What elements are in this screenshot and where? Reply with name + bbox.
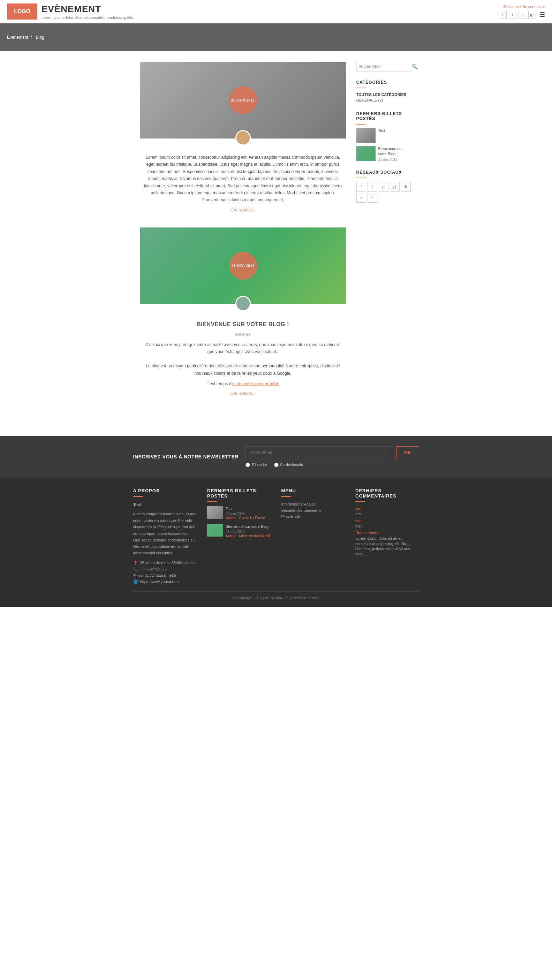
post-image-container-2: 21 DÉC 2012 (140, 228, 346, 304)
footer-about-text: Assum comprehensam his no, et mei quem v… (133, 511, 197, 557)
phone-icon: 📞 (133, 567, 138, 571)
post-body-2: BIENVENUE SUR VOTRE BLOG ! Générale C'es… (140, 310, 346, 398)
twitter-header-icon[interactable]: t (509, 11, 516, 19)
search-box: 🔍 (356, 62, 412, 72)
unsubscribe-option[interactable]: Se désinscrire (274, 463, 305, 467)
newsletter-ok-button[interactable]: OK (396, 446, 419, 459)
footer-post-title-2[interactable]: Bienvenue sur votre Blog ! (225, 524, 271, 529)
post-date-badge-1: 25 JUIN 2015 (229, 86, 257, 114)
author-face-1 (236, 130, 250, 145)
post-author-avatar-1 (235, 130, 251, 145)
sidebar-search-section: 🔍 (356, 62, 412, 72)
footer-post-thumb-2 (207, 524, 223, 536)
unsubscribe-label: Se désinscrire (280, 463, 305, 467)
footer-email-text: contact@natural-net.fr (138, 573, 176, 578)
post-link-text-2: Il est temps d'écrire votre premier bill… (140, 380, 346, 387)
newsletter-email-row: OK (246, 446, 419, 459)
comment-author-1[interactable]: test (355, 506, 419, 511)
dribbble-icon[interactable]: ✿ (401, 182, 411, 191)
search-button[interactable]: 🔍 (412, 64, 418, 69)
newsletter-form: OK S'inscrire Se désinscrire (246, 446, 419, 467)
breadcrumb: Evènement / Blog (7, 35, 46, 40)
sidebar-categories-section: CATÉGORIES TOUTES LES CATÉGORIES GÉNÉRAL… (356, 80, 412, 103)
footer-post-author-1[interactable]: Auteur : Carole Le Fornal (225, 516, 271, 520)
site-title: EVÈNEMENT (41, 4, 133, 15)
footer-about-underline (133, 496, 143, 497)
comment-text-1: test (355, 512, 362, 516)
footer-website-text: https://www.youtube.com (140, 579, 183, 584)
post-excerpt-2: C'est ici que vous partagez votre actual… (140, 341, 346, 377)
footer-post-date-1: 25 juin 2015 (225, 512, 271, 515)
pinterest-header-icon[interactable]: p (519, 11, 526, 19)
linkedin-icon[interactable]: in (356, 193, 366, 203)
subscribe-radio[interactable] (246, 463, 250, 467)
comment-text-3: Lorem ipsum dolor sit amet, consectetur … (355, 536, 411, 556)
googleplus-header-icon[interactable]: g+ (528, 11, 536, 19)
category-generale[interactable]: GÉNÉRALE (2) (356, 97, 412, 103)
footer-about-title: A PROPOS (133, 488, 197, 493)
rss-icon[interactable]: ~ (368, 193, 377, 203)
sidebar-social-section: RÉSEAUX SOCIAUX f t p g+ ✿ in ~ (356, 170, 412, 203)
footer-menu-payment[interactable]: Sécurité des paiements (281, 507, 345, 514)
breadcrumb-home[interactable]: Evènement (7, 35, 28, 40)
site-header: LOGO EVÈNEMENT Lorem ipsum dolor sit ame… (0, 0, 552, 23)
search-input[interactable] (360, 64, 412, 69)
recent-post-1: Test (356, 128, 412, 143)
footer-copyright: © Copyright 2015 natural.net - Tous droi… (133, 591, 419, 600)
footer-post-info-1: Test 25 juin 2015 Auteur : Carole Le For… (225, 506, 271, 520)
footer-recent-underline (207, 501, 217, 502)
blog-post-2: 21 DÉC 2012 BIENVENUE SUR VOTRE BLOG ! G… (140, 228, 346, 398)
footer-menu-sitemap[interactable]: Plan du site (281, 514, 345, 520)
footer-phone: 📞 +33662792555 (133, 567, 197, 571)
read-more-1[interactable]: Lire la suite... (230, 207, 255, 213)
recent-post-date-2: 21 déc 2012 (378, 158, 412, 162)
site-branding: EVÈNEMENT Lorem ipsum dolor sit amet con… (41, 4, 133, 19)
footer-address: 📍 36 cours de reims 33400 talence (133, 561, 197, 565)
footer-website: 🌐 https://www.youtube.com (133, 579, 197, 584)
read-more-2[interactable]: Lire la suite... (230, 390, 255, 397)
recent-post-thumb-2 (356, 146, 376, 161)
social-title: RÉSEAUX SOCIAUX (356, 170, 412, 175)
facebook-icon[interactable]: f (356, 182, 366, 191)
footer-post-thumb-1 (207, 506, 223, 519)
footer-about-name: Test (133, 501, 197, 509)
breadcrumb-separator: / (31, 35, 33, 40)
menu-icon[interactable]: ☰ (539, 11, 545, 19)
social-underline (356, 178, 366, 178)
newsletter-section: INSCRIVEZ-VOUS À NOTRE NEWSLETTER OK S'i… (0, 436, 552, 477)
footer-post-title-1[interactable]: Test (225, 506, 271, 511)
auth-links[interactable]: S'inscrire • Se connecter (503, 5, 545, 9)
category-all[interactable]: TOUTES LES CATÉGORIES (356, 92, 412, 97)
post-body-1: Lorem ipsum dolor sit amet, consectetur … (140, 144, 346, 213)
pinterest-icon[interactable]: p (379, 182, 389, 191)
newsletter-title: INSCRIVEZ-VOUS À NOTRE NEWSLETTER (133, 454, 239, 460)
footer-post-author-2[interactable]: Auteur : Administrateur Kubii (225, 534, 271, 538)
post-author-avatar-2 (235, 296, 251, 311)
newsletter-inner: INSCRIVEZ-VOUS À NOTRE NEWSLETTER OK S'i… (133, 446, 419, 467)
comment-author-3[interactable]: Une personne (355, 531, 419, 535)
googleplus-icon[interactable]: g+ (390, 182, 400, 191)
comment-author-2[interactable]: test (355, 519, 419, 523)
footer-menu-legal[interactable]: Informations légales (281, 501, 345, 507)
recent-post-title-1[interactable]: Test (378, 128, 412, 133)
hero-banner: Evènement / Blog (0, 23, 552, 51)
footer: A PROPOS Test Assum comprehensam his no,… (0, 477, 552, 607)
footer-menu-col: MENU Informations légales Sécurité des p… (281, 488, 345, 586)
logo[interactable]: LOGO (7, 3, 37, 19)
write-post-link[interactable]: écrire votre premier billet. (232, 381, 279, 386)
recent-post-title-2[interactable]: Bienvenue sur votre Blog ! (378, 146, 412, 157)
site-subtitle: Lorem ipsum dolor sit amet consetetur sa… (41, 15, 133, 19)
footer-post-date-2: 21 déc 2012 (225, 530, 271, 534)
footer-comments-underline (355, 501, 365, 502)
recent-post-2: Bienvenue sur votre Blog ! 21 déc 2012 (356, 146, 412, 162)
twitter-icon[interactable]: t (368, 182, 377, 191)
footer-recent-col: DERNIERS BILLETS POSTÉS Test 25 juin 201… (207, 488, 271, 586)
breadcrumb-current: Blog (36, 35, 44, 40)
recent-post-info-2: Bienvenue sur votre Blog ! 21 déc 2012 (378, 146, 412, 162)
unsubscribe-radio[interactable] (274, 463, 279, 467)
subscribe-option[interactable]: S'inscrire (246, 463, 267, 467)
newsletter-email-input[interactable] (246, 446, 393, 459)
recent-posts-title: DERNIERS BILLETS POSTÉS (356, 111, 412, 121)
email-icon: ✉ (133, 573, 136, 578)
facebook-header-icon[interactable]: f (499, 11, 507, 19)
